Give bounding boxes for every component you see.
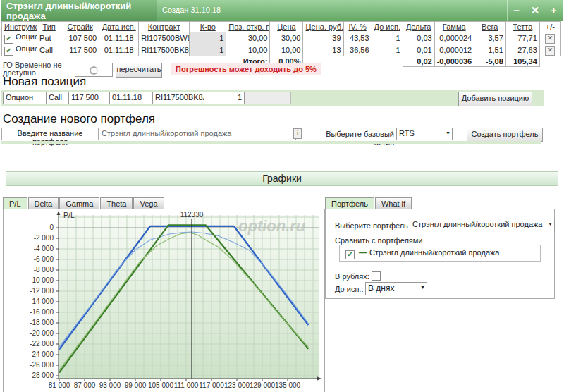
select-portfolio-label: Выберите портфель — [335, 221, 408, 230]
portfolio-select[interactable]: Стрэнгл длинный/короткий продажа — [410, 219, 555, 231]
cell-delete — [539, 32, 560, 44]
tab-vega[interactable]: Vega — [133, 197, 164, 209]
column-header-label[interactable]: Дельта — [406, 23, 431, 31]
cell-price_rub: 39 — [303, 32, 343, 44]
cell-delta: 0,03 — [403, 32, 434, 44]
price-field-empty[interactable] — [245, 92, 291, 104]
column-header-label[interactable]: К-во — [200, 23, 216, 31]
compare-portfolio-item: —Стрэнгл длинный/короткий продажа — [340, 245, 540, 259]
compare-portfolios-box: —Стрэнгл длинный/короткий продажа — [339, 245, 541, 262]
create-portfolio-button[interactable]: Создать портфель — [467, 128, 543, 142]
column-header: Контракт — [139, 22, 190, 32]
column-header-label[interactable]: Тетта — [513, 23, 532, 31]
days-units-select[interactable]: В днях — [365, 282, 427, 295]
portfolio-panel: Выберите портфель Стрэнгл длинный/коротк… — [325, 209, 555, 299]
column-header-label[interactable]: Цена — [277, 23, 295, 31]
cell-iv: 36,56 — [343, 44, 372, 56]
delete-position-icon[interactable] — [545, 34, 555, 44]
tab-theta[interactable]: Theta — [100, 197, 133, 209]
cell-qty: -1 — [190, 32, 226, 44]
tab-gamma[interactable]: Gamma — [59, 197, 99, 209]
column-header-label[interactable]: Поз. откр. по — [228, 23, 270, 31]
series-color-swatch: — — [359, 248, 367, 257]
new-portfolio-heading: Создание нового портфеля — [3, 112, 155, 126]
created-date-label: Создан 31.10.18 — [162, 6, 221, 14]
cell-price: 10,00 — [270, 44, 303, 56]
y-tick-label: -28 000 — [30, 372, 54, 379]
cell-instrument: Опцион — [2, 32, 37, 44]
cell-contract: RI117500BK8A — [139, 44, 190, 56]
column-header-label[interactable]: Дата исп. — [102, 23, 136, 31]
error-margin-warning: Погрешность может доходить до 5% — [171, 63, 321, 75]
x-tick-label: 99 000 — [125, 381, 147, 389]
y-tick-label: -24 000 — [30, 350, 54, 358]
add-position-button[interactable]: Добавить позицию — [458, 92, 532, 106]
cell-delete — [539, 44, 560, 56]
column-header-label[interactable]: Гамма — [443, 23, 466, 31]
in-rubles-row: В рублях: — [335, 271, 381, 281]
quantity-field[interactable]: 1 — [204, 92, 245, 104]
column-header-label[interactable]: Цена, руб. — [305, 23, 343, 31]
totals-cell: -5,08 — [474, 56, 505, 67]
cell-gamma: -0,000012 — [434, 44, 474, 56]
column-header-label: +/- — [546, 23, 555, 31]
positions-table-header: ИнструментТипСтрайкДата исп.КонтрактК-во… — [2, 22, 561, 32]
position-checkbox[interactable] — [4, 47, 13, 56]
column-header: Тетта — [505, 22, 539, 32]
tab-портфель[interactable]: Портфель — [325, 197, 374, 209]
cell-days: 1 — [372, 44, 403, 56]
column-header: Дельта — [403, 22, 434, 32]
column-header-label[interactable]: Страйк — [68, 23, 93, 31]
cell-open_at: 30,00 — [226, 32, 270, 44]
compare-portfolio-checkbox[interactable] — [345, 250, 355, 259]
column-header-label[interactable]: IV, % — [348, 23, 366, 31]
x-tick-label: 105 000 — [148, 381, 174, 389]
y-tick-label: -4 000 — [34, 245, 54, 252]
column-header: Инструмент — [2, 22, 37, 32]
portfolio-name-input[interactable]: Стрэнгл длинный/короткий продажа — [99, 128, 296, 140]
x-tick-label: 111 000 — [174, 381, 199, 389]
column-header: Цена, руб. — [303, 22, 343, 32]
x-tick-label: 87 000 — [74, 381, 96, 389]
cell-price_rub: 13 — [303, 44, 343, 56]
x-tick-label: 129 000 — [250, 381, 276, 389]
close-icon[interactable]: ✕ — [527, 0, 543, 21]
y-tick-label: -10 000 — [30, 276, 54, 284]
recalculate-button[interactable]: пересчитать — [116, 63, 162, 78]
column-header-label[interactable]: Вега — [482, 23, 498, 31]
tab-p-l[interactable]: P/L — [3, 197, 27, 209]
position-checkbox[interactable] — [4, 35, 13, 44]
column-header-label[interactable]: Тип — [42, 23, 55, 31]
in-rubles-checkbox[interactable] — [372, 271, 381, 281]
contract-select[interactable]: RI117500BK8A — [152, 92, 212, 104]
cell-strike: 117 500 — [61, 44, 99, 56]
watermark: option.ru — [238, 217, 306, 235]
portfolio-title: Стрэнгл длинный/короткий продажа — [1, 0, 157, 21]
minimize-icon[interactable]: − — [509, 0, 525, 21]
column-header: Вега — [474, 22, 505, 32]
totals-cell: -0,000036 — [434, 56, 474, 67]
cell-expiry: 01.11.18 — [99, 32, 139, 44]
add-icon[interactable]: + — [546, 0, 561, 21]
cell-iv: 43,53 — [343, 32, 372, 44]
table-row: ОпционPut107 50001.11.18RI107500BW8A-130… — [2, 32, 561, 44]
y-tick-label: -16 000 — [30, 308, 54, 316]
portfolio-name-label: Введите название портфеля — [1, 128, 99, 140]
tab-delta[interactable]: Delta — [28, 197, 59, 209]
x-tick-label: 81 000 — [49, 381, 70, 389]
y-tick-label: -14 000 — [30, 298, 54, 305]
column-header-label[interactable]: Инструмент — [4, 23, 37, 31]
tab-what-if[interactable]: What if — [375, 197, 412, 209]
cell-instrument: Опцион — [2, 44, 37, 56]
column-header-label[interactable]: Контракт — [148, 23, 180, 31]
input-info-icon[interactable]: i — [293, 128, 302, 139]
column-header-label[interactable]: До исп. — [374, 23, 400, 31]
delete-position-icon[interactable] — [545, 46, 555, 56]
cell-price: 30,00 — [270, 32, 303, 44]
column-header: IV, % — [343, 22, 372, 32]
cell-strike: 107 500 — [61, 32, 99, 44]
base-asset-select[interactable]: RTS — [396, 128, 453, 140]
positions-table: ИнструментТипСтрайкДата исп.КонтрактК-во… — [1, 21, 561, 67]
column-header: +/- — [539, 22, 560, 32]
y-tick-label: -6 000 — [34, 255, 54, 263]
